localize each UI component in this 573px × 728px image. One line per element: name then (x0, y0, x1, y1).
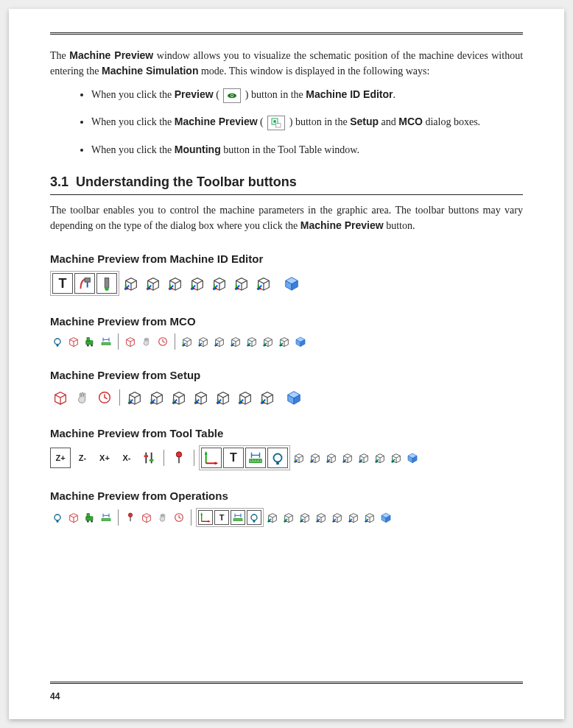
op-machine-icon[interactable] (82, 510, 97, 525)
view-back-icon[interactable] (308, 450, 323, 465)
view-iso-icon[interactable] (257, 387, 278, 408)
sub-operations: Machine Preview from Operations (50, 490, 523, 502)
stock-icon[interactable] (123, 334, 138, 349)
text-mode-icon[interactable]: T (214, 510, 229, 525)
toolbar-tooltable: Z+ Z- X+ X- T (50, 445, 523, 470)
clock-icon[interactable] (155, 334, 170, 349)
mco-gear-icon[interactable] (50, 334, 65, 349)
pin-icon[interactable] (123, 510, 138, 525)
z-minus-button[interactable]: Z- (72, 448, 93, 468)
op-cube-icon[interactable] (66, 510, 81, 525)
view-right-icon[interactable] (228, 334, 243, 349)
view-back-icon[interactable] (281, 510, 296, 525)
mid-group: T (196, 508, 264, 527)
sub-mco: Machine Preview from MCO (50, 315, 523, 328)
machine-preview-icon (267, 116, 285, 130)
mco-machine-icon[interactable] (82, 334, 97, 349)
view-right-icon[interactable] (340, 450, 355, 465)
intro-paragraph: The Machine Preview window allows you to… (50, 48, 523, 79)
view-left-icon[interactable] (298, 510, 312, 525)
axes-icon[interactable] (201, 448, 222, 468)
view-bottom-icon[interactable] (346, 510, 361, 525)
separator-icon (194, 450, 194, 466)
view-bottom-icon[interactable] (261, 334, 275, 349)
sub-mideditor: Machine Preview from Machine ID Editor (50, 252, 523, 265)
group-modes: T (50, 271, 119, 296)
separator-icon (118, 509, 119, 526)
ruler-icon[interactable] (245, 448, 266, 468)
bullet-preview: When you click the Preview ( ) button in… (91, 86, 523, 103)
slider-icon[interactable] (138, 448, 159, 468)
mco-cube-icon[interactable] (66, 334, 81, 349)
view-right-icon[interactable] (191, 387, 211, 408)
gear-icon[interactable] (247, 510, 261, 525)
hand-icon[interactable] (139, 334, 154, 349)
op-ruler-icon[interactable] (99, 510, 113, 525)
stock-icon[interactable] (50, 387, 71, 408)
view-back-icon[interactable] (196, 334, 211, 349)
view-solid-icon[interactable] (405, 450, 420, 465)
view-top-icon[interactable] (213, 387, 233, 408)
text-mode-icon[interactable]: T (52, 273, 73, 294)
z-plus-button[interactable]: Z+ (50, 448, 71, 468)
view-iso-icon[interactable] (389, 450, 404, 465)
section-heading: 3.1 Understanding the Toolbar buttons (50, 174, 523, 190)
view-back-icon[interactable] (143, 273, 164, 294)
view-top-icon[interactable] (209, 273, 230, 294)
view-iso-icon[interactable] (253, 273, 274, 294)
view-top-icon[interactable] (245, 334, 259, 349)
intro-bullet-list: When you click the Preview ( ) button in… (50, 86, 523, 158)
view-front-icon[interactable] (121, 273, 141, 294)
section-number: 3.1 (50, 174, 68, 189)
view-left-icon[interactable] (165, 273, 186, 294)
text-mode-icon[interactable]: T (223, 448, 244, 468)
clock-icon[interactable] (94, 387, 115, 408)
view-top-icon[interactable] (356, 450, 371, 465)
view-front-icon[interactable] (124, 387, 145, 408)
view-front-icon[interactable] (265, 510, 280, 525)
view-solid-icon[interactable] (281, 273, 302, 294)
bullet-mounting: When you click the Mounting button in th… (91, 141, 523, 158)
toolbar-operations: T (50, 508, 523, 527)
view-solid-icon[interactable] (293, 334, 308, 349)
section-desc: The toolbar enables you to control the m… (50, 202, 523, 233)
view-back-icon[interactable] (147, 387, 167, 408)
section-title: Understanding the Toolbar buttons (76, 174, 297, 189)
view-left-icon[interactable] (212, 334, 227, 349)
pin-icon[interactable] (169, 448, 189, 468)
clock-icon[interactable] (172, 510, 186, 525)
bolt-mode-icon[interactable] (96, 273, 117, 294)
view-right-icon[interactable] (187, 273, 208, 294)
preview-icon (223, 88, 241, 103)
view-left-icon[interactable] (324, 450, 339, 465)
view-left-icon[interactable] (169, 387, 189, 408)
view-iso-icon[interactable] (362, 510, 377, 525)
view-solid-icon[interactable] (379, 510, 393, 525)
hand-icon[interactable] (72, 387, 93, 408)
axes-icon[interactable] (198, 510, 213, 525)
toolbar-mideditor: T (50, 271, 523, 296)
sub-tooltable: Machine Preview from Tool Table (50, 427, 523, 439)
view-bottom-icon[interactable] (231, 273, 252, 294)
mco-ruler-icon[interactable] (99, 334, 113, 349)
view-solid-icon[interactable] (284, 387, 304, 408)
view-right-icon[interactable] (314, 510, 328, 525)
separator-icon (118, 333, 119, 350)
view-iso-icon[interactable] (277, 334, 292, 349)
hand-icon[interactable] (155, 510, 170, 525)
x-plus-button[interactable]: X+ (94, 448, 115, 468)
x-minus-button[interactable]: X- (116, 448, 137, 468)
op-gear-icon[interactable] (50, 510, 65, 525)
head-mode-icon[interactable] (74, 273, 95, 294)
bullet-machine-preview: When you click the Machine Preview ( ) b… (91, 113, 523, 130)
view-front-icon[interactable] (180, 334, 194, 349)
toolbar-setup (50, 387, 523, 408)
top-rule (50, 32, 523, 35)
view-front-icon[interactable] (292, 450, 306, 465)
gear-icon[interactable] (267, 448, 288, 468)
view-bottom-icon[interactable] (373, 450, 387, 465)
ruler-icon[interactable] (231, 510, 245, 525)
view-bottom-icon[interactable] (235, 387, 256, 408)
stock-icon[interactable] (139, 510, 154, 525)
view-top-icon[interactable] (330, 510, 345, 525)
